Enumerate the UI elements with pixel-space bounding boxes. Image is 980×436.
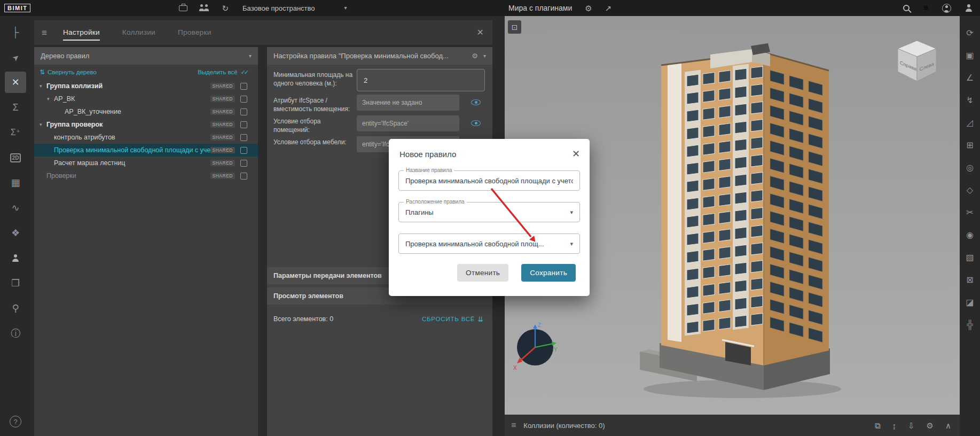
section-cut-icon[interactable]: ✂ xyxy=(966,208,973,217)
list-menu-icon[interactable]: ≡ xyxy=(923,4,928,12)
row-checkbox[interactable] xyxy=(240,147,247,154)
fit-height-icon[interactable]: ↨ xyxy=(892,422,896,430)
building-model[interactable] xyxy=(630,43,854,406)
modal-close-icon[interactable]: ✕ xyxy=(572,148,580,160)
panel-close-icon[interactable]: ✕ xyxy=(477,28,484,37)
isolate-icon[interactable]: ▧ xyxy=(966,253,974,262)
rule-name-label: Название правила xyxy=(404,167,454,173)
download-icon[interactable]: ⇩ xyxy=(908,422,915,430)
chevron-down-icon[interactable]: ▾ xyxy=(570,241,573,247)
screenshot-icon[interactable]: ▣ xyxy=(966,51,974,60)
tree-row[interactable]: ▾ Группа коллизий SHARED xyxy=(34,80,258,92)
eye-icon[interactable] xyxy=(471,120,481,126)
min-area-input[interactable]: 2 xyxy=(357,69,485,91)
search-icon[interactable] xyxy=(903,5,910,11)
measure-angle-icon[interactable]: ∠ xyxy=(966,74,974,82)
share-icon[interactable]: ↗ xyxy=(605,4,612,12)
row-checkbox[interactable] xyxy=(240,160,247,167)
row-checkbox[interactable] xyxy=(240,134,247,141)
shared-badge: SHARED xyxy=(210,134,235,141)
visibility-icon[interactable]: ◉ xyxy=(966,231,974,239)
chevron-down-icon[interactable]: ▾ xyxy=(40,84,46,89)
projects-icon[interactable] xyxy=(179,5,187,11)
rule-settings-collapse-icon[interactable]: ▾ xyxy=(483,53,486,59)
account-icon[interactable] xyxy=(942,4,951,13)
reset-all-link[interactable]: СБРОСИТЬ ВСЁ ⇊ xyxy=(422,316,484,323)
tree-row[interactable]: АР_ВК_уточнение SHARED xyxy=(34,105,258,118)
cancel-button[interactable]: Отменить xyxy=(457,264,508,282)
ruler-icon[interactable]: ◿ xyxy=(967,119,973,127)
row-checkbox[interactable] xyxy=(240,108,247,115)
row-checkbox[interactable] xyxy=(240,121,247,128)
clip-box-icon[interactable]: ◪ xyxy=(966,298,974,307)
top-bar: BIMIT ↻ Базовое пространство ▾ Мира с пл… xyxy=(0,0,980,16)
collapse-tree-icon[interactable]: ⇅ xyxy=(40,69,45,75)
focus-icon[interactable]: ◎ xyxy=(966,164,974,172)
chevron-down-icon[interactable]: ▾ xyxy=(40,122,46,127)
plugins-icon[interactable]: ❖ xyxy=(5,222,26,244)
rule-name-input[interactable]: Название правила Проверка минимальной св… xyxy=(398,170,580,191)
tree-row[interactable]: ▾ АР_ВК SHARED xyxy=(34,92,258,105)
rule-tree-header[interactable]: Дерево правил ▾ xyxy=(34,47,258,65)
tree-row[interactable]: контроль атрибутов SHARED xyxy=(34,131,258,144)
tree-row[interactable]: Проверки SHARED xyxy=(34,169,258,182)
fit-view-icon[interactable]: ⊡ xyxy=(508,20,521,34)
tab-settings[interactable]: Настройки xyxy=(63,20,100,45)
workspace-selector[interactable]: Базовое пространство xyxy=(242,4,315,12)
chevron-down-icon[interactable]: ▾ xyxy=(570,209,573,215)
tree-row[interactable]: Расчет марша лестниц SHARED xyxy=(34,157,258,169)
model-tree-icon[interactable]: ├ xyxy=(5,21,26,43)
select-all-link[interactable]: Выделить всё xyxy=(198,69,237,75)
chevron-down-icon[interactable]: ▾ xyxy=(47,97,54,102)
orbit-icon[interactable]: ⟳ xyxy=(966,29,973,37)
collisions-settings-icon[interactable]: ⚙ xyxy=(927,422,934,430)
rule-tree-collapse-icon[interactable]: ▾ xyxy=(249,53,252,59)
row-checkbox[interactable] xyxy=(240,96,247,103)
team-icon[interactable] xyxy=(199,4,210,12)
tree-row-selected[interactable]: Проверка минимальной свободной площади с… xyxy=(34,144,258,157)
network-icon[interactable]: ▦ xyxy=(5,172,26,193)
select-all-check-icon[interactable]: ✓✓ xyxy=(241,69,247,75)
user-icon[interactable] xyxy=(965,4,973,12)
move-icon[interactable]: ╬ xyxy=(967,321,973,329)
lightning-icon[interactable]: ↯ xyxy=(966,96,973,105)
sum-add-icon[interactable]: Σ⁺ xyxy=(5,122,26,143)
navigation-cube[interactable]: Справа Слева xyxy=(893,36,940,85)
project-settings-icon[interactable]: ⚙ xyxy=(585,4,592,12)
chart-icon[interactable]: ∿ xyxy=(5,197,26,219)
tab-checks[interactable]: Проверки xyxy=(178,20,211,45)
rule-location-select[interactable]: Расположение правила Плагины ▾ xyxy=(398,202,580,222)
workspace-chevron-icon[interactable]: ▾ xyxy=(344,5,347,11)
axis-gizmo[interactable]: Z Y X xyxy=(511,321,559,371)
help-icon[interactable]: ? xyxy=(10,416,21,427)
rule-settings-gear-icon[interactable]: ⚙ xyxy=(472,52,478,59)
ifcspace-attribute-value[interactable]: Значение не задано xyxy=(357,95,459,111)
rule-type-select[interactable]: Проверка минимальной свободной площ... ▾ xyxy=(398,233,580,254)
room-filter-value[interactable]: entity='IfcSpace' xyxy=(357,115,459,131)
save-button[interactable]: Сохранить xyxy=(521,264,576,282)
panel-menu-icon[interactable]: ≡ xyxy=(42,28,47,37)
collisions-menu-icon[interactable]: ≡ xyxy=(511,421,516,430)
eye-icon[interactable] xyxy=(471,99,481,105)
select-tool-icon[interactable]: ➤ xyxy=(5,46,26,68)
row-checkbox[interactable] xyxy=(240,83,247,90)
shared-folder-icon[interactable]: ❐ xyxy=(5,272,26,294)
deselect-icon[interactable]: ⊠ xyxy=(966,276,973,284)
user-location-icon[interactable]: ⚲ xyxy=(5,298,26,319)
collisions-bottom-bar[interactable]: ≡ Коллизии (количество: 0) ⧉ ↨ ⇩ ⚙ ∧ xyxy=(505,415,960,436)
sum-checks-icon[interactable]: Σ xyxy=(5,97,26,118)
rule-settings-header[interactable]: Настройка правила "Проверка минимальной … xyxy=(267,47,492,65)
info-icon[interactable]: ⓘ xyxy=(5,323,26,344)
polygon-icon[interactable]: ◇ xyxy=(967,186,973,194)
grid-icon[interactable]: ⊞ xyxy=(966,141,973,150)
copy-icon[interactable]: ⧉ xyxy=(875,422,881,430)
users-icon[interactable] xyxy=(5,247,26,269)
expand-panel-icon[interactable]: ∧ xyxy=(945,422,951,430)
sync-icon[interactable]: ↻ xyxy=(222,4,229,12)
tree-row[interactable]: ▾ Группа проверок SHARED xyxy=(34,118,258,131)
collapse-tree-link[interactable]: Свернуть дерево xyxy=(48,69,97,75)
clash-detection-icon[interactable]: ✕ xyxy=(5,72,26,93)
view-2d-icon[interactable]: 2D xyxy=(5,147,26,168)
row-checkbox[interactable] xyxy=(240,173,247,180)
tab-collisions[interactable]: Коллизии xyxy=(122,20,155,45)
